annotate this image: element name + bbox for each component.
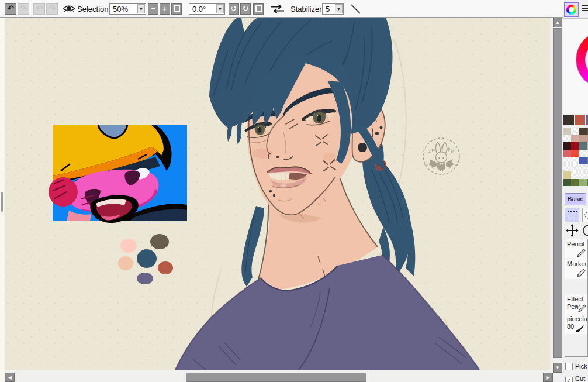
- palette-swatch-empty[interactable]: [563, 157, 571, 164]
- palette-swatch[interactable]: [571, 179, 579, 187]
- tool-pencil[interactable]: Pencil: [565, 239, 587, 259]
- pick-checkbox[interactable]: [565, 363, 573, 370]
- palette-swatch[interactable]: [571, 135, 579, 143]
- flip-swap-icon[interactable]: [270, 4, 285, 13]
- palette-swatch-empty[interactable]: [579, 150, 586, 157]
- tool-pencil-label: Pencil: [567, 240, 584, 247]
- rotate-reset-button[interactable]: [253, 3, 264, 15]
- angle-dropdown-arrow[interactable]: ▼: [216, 4, 224, 13]
- palette-swatch-empty[interactable]: [571, 164, 579, 172]
- redo-button[interactable]: ↷: [18, 3, 29, 15]
- zoom-reset-button[interactable]: [171, 3, 182, 15]
- tool-pincela[interactable]: pincela. 80: [565, 314, 587, 334]
- palette-swatch[interactable]: [571, 142, 579, 150]
- paint-dab: [120, 239, 137, 253]
- zoom-out-button[interactable]: −: [148, 3, 158, 15]
- angle-value: 0.0°: [192, 5, 206, 13]
- scroll-left-button[interactable]: ◀: [5, 373, 15, 382]
- ear-plug-piercing: [358, 143, 367, 152]
- recent-color-swatch[interactable]: [586, 115, 588, 125]
- zoom-dropdown-arrow[interactable]: ▼: [137, 4, 145, 13]
- toolbar: ↶ ↷ ↶ ↷ Selection 50% ▼ − + 0.0° ▼ ↺ ↻ S…: [0, 0, 588, 18]
- palette-swatch[interactable]: [579, 142, 586, 150]
- cut-option-row[interactable]: ✓Cut: [565, 375, 585, 382]
- tool-list: Pencil Marker Effect Pen pincela. 80: [565, 239, 588, 357]
- tool-slot-empty[interactable]: [565, 279, 587, 294]
- undo-alt-button[interactable]: ↶: [33, 3, 45, 15]
- palette-swatch-empty[interactable]: [571, 128, 579, 135]
- canvas-artwork: VAMPIRE: [5, 18, 550, 370]
- select-lasso-tool[interactable]: [582, 208, 588, 222]
- rotate-ccw-button[interactable]: ↺: [229, 3, 239, 15]
- visibility-eye-icon[interactable]: [63, 5, 75, 13]
- zoom-in-button[interactable]: +: [160, 3, 170, 15]
- palette-swatch[interactable]: [579, 135, 586, 143]
- scroll-right-button[interactable]: ▶: [543, 373, 553, 382]
- scroll-down-button[interactable]: ▼: [553, 363, 562, 373]
- paint-dab: [118, 256, 133, 270]
- move-tool[interactable]: [565, 223, 579, 238]
- rotate-cw-button[interactable]: ↻: [240, 3, 251, 15]
- paint-dab: [158, 261, 173, 274]
- canvas-viewport[interactable]: VAMPIRE: [5, 18, 550, 370]
- cut-checkbox[interactable]: ✓: [565, 377, 573, 382]
- redo-alt-button[interactable]: ↷: [46, 3, 58, 15]
- palette-swatch[interactable]: [563, 150, 571, 157]
- effect-pen-icon: [575, 304, 587, 313]
- palette-grid: [563, 128, 588, 186]
- reference-image: [49, 125, 187, 223]
- undo-button[interactable]: ↶: [5, 3, 16, 15]
- tool-effect-label: Effect: [567, 295, 583, 302]
- brush-icon: [575, 324, 587, 333]
- palette-swatch-empty[interactable]: [563, 164, 571, 172]
- palette-swatch[interactable]: [579, 128, 586, 135]
- left-splitter-handle[interactable]: [1, 192, 3, 212]
- pick-option-row[interactable]: Pick: [565, 363, 587, 370]
- paint-dab: [137, 273, 153, 284]
- tool-effect-pen[interactable]: Effect Pen: [565, 294, 587, 314]
- tab-basic[interactable]: Basic: [565, 193, 586, 205]
- line-tool-icon[interactable]: [350, 3, 362, 15]
- zoom-dropdown[interactable]: 50% ▼: [109, 3, 146, 15]
- palette-swatch-empty[interactable]: [579, 171, 586, 179]
- paint-dab: [150, 234, 169, 249]
- zoom-value: 50%: [113, 5, 128, 13]
- palette-swatch[interactable]: [563, 179, 571, 187]
- tool-marker-label: Marker: [567, 260, 587, 267]
- recent-color-swatch[interactable]: [563, 115, 574, 125]
- chin-piercing: [269, 190, 272, 192]
- recent-color-swatch[interactable]: [575, 115, 585, 125]
- palette-swatch-empty[interactable]: [579, 164, 586, 172]
- marker-icon: [576, 269, 587, 278]
- stabilizer-dropdown[interactable]: 5 ▼: [322, 3, 344, 15]
- tool-slot-empty2[interactable]: [565, 334, 587, 357]
- pick-label: Pick: [575, 363, 587, 370]
- menu-icon[interactable]: [582, 5, 588, 12]
- palette-swatch-empty[interactable]: [571, 157, 579, 164]
- palette-swatch[interactable]: [579, 157, 586, 164]
- palette-swatch[interactable]: [563, 142, 571, 150]
- palette-swatch[interactable]: [571, 150, 579, 157]
- recent-colors-row: [563, 115, 588, 125]
- vertical-scrollbar-thumb[interactable]: [553, 28, 562, 358]
- pencil-icon: [576, 249, 587, 258]
- app-window: ↶ ↷ ↶ ↷ Selection 50% ▼ − + 0.0° ▼ ↺ ↻ S…: [0, 0, 588, 382]
- ear-stud-piercing: [375, 132, 379, 135]
- palette-swatch[interactable]: [563, 171, 571, 179]
- angle-dropdown[interactable]: 0.0° ▼: [189, 3, 225, 15]
- tool-pincela-label: pincela.: [567, 315, 588, 322]
- selection-label: Selection: [77, 5, 108, 13]
- paint-dab: [137, 249, 157, 268]
- scroll-up-button[interactable]: ▲: [553, 18, 562, 27]
- palette-swatch[interactable]: [579, 179, 586, 187]
- stabilizer-dropdown-arrow[interactable]: ▼: [335, 4, 343, 13]
- palette-swatch-empty[interactable]: [563, 135, 571, 143]
- tool-marker[interactable]: Marker: [565, 259, 587, 279]
- stabilizer-label: Stabilizer: [290, 5, 321, 13]
- stabilizer-value: 5: [326, 5, 330, 13]
- color-wheel-button[interactable]: [564, 2, 579, 17]
- palette-swatch-empty[interactable]: [571, 171, 579, 179]
- horizontal-scrollbar-thumb[interactable]: [186, 373, 366, 382]
- palette-swatch[interactable]: [563, 128, 571, 135]
- select-rectangle-tool[interactable]: [565, 208, 579, 222]
